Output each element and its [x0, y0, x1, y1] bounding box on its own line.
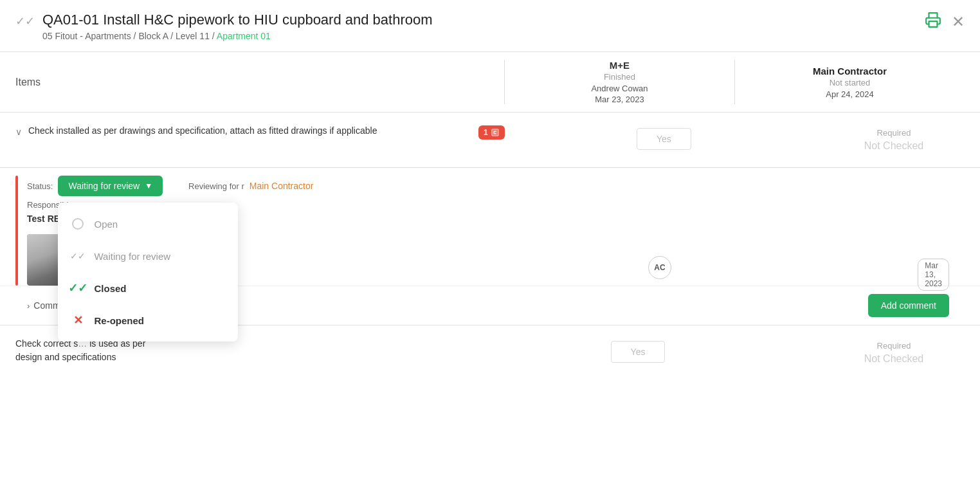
svg-rect-1 [491, 129, 498, 136]
breadcrumb-link[interactable]: Apartment 01 [217, 31, 271, 41]
double-check-icon: ✓✓ [15, 14, 35, 28]
date-badge: Mar 13, 2023 [918, 259, 949, 291]
status-row: Status: Waiting for review ▼ [27, 176, 163, 196]
page-header: ✓✓ QA01-01 Install H&C pipework to HIU c… [0, 0, 980, 52]
yes-value-1: Yes [637, 128, 691, 150]
status-block: Status: Waiting for review ▼ [27, 176, 163, 286]
print-icon[interactable] [925, 12, 941, 32]
reopened-icon: ✕ [71, 313, 85, 327]
me-name: M+E [610, 60, 630, 71]
user-avatar-ac: AC [648, 256, 671, 279]
required-label-2: Required [827, 341, 961, 351]
dropdown-item-closed[interactable]: ✓✓ Closed [58, 272, 238, 304]
open-icon [71, 217, 85, 231]
dropdown-arrow-icon: ▼ [145, 181, 152, 190]
columns-bar: Items M+E Finished Andrew Cowan Mar 23, … [0, 52, 980, 113]
comments-chevron-icon: › [27, 301, 30, 311]
me-column-header: M+E Finished Andrew Cowan Mar 23, 2023 [505, 52, 734, 112]
me-date: Mar 23, 2023 [595, 95, 644, 104]
check-row-2-required: Required Not Checked [823, 337, 965, 369]
page-title: QA01-01 Install H&C pipework to HIU cupb… [42, 12, 433, 28]
closed-icon: ✓✓ [71, 281, 85, 295]
dropdown-item-open[interactable]: Open [58, 208, 238, 240]
close-icon[interactable]: ✕ [952, 13, 965, 31]
reviewing-row: Reviewing for r Main Contractor [188, 181, 313, 191]
dropdown-waiting-label: Waiting for review [94, 251, 170, 262]
expanded-inner: Status: Waiting for review ▼ [0, 168, 980, 286]
red-bar [15, 176, 18, 286]
header-title-block: QA01-01 Install H&C pipework to HIU cupb… [42, 12, 433, 41]
header-actions: ✕ [925, 12, 965, 32]
check-gray-icon: ✓✓ [70, 251, 86, 261]
check-row-1-text: Check installed as per drawings and spec… [28, 124, 466, 138]
check-row-1: ∨ Check installed as per drawings and sp… [0, 113, 980, 168]
dropdown-item-waiting[interactable]: ✓✓ Waiting for review [58, 240, 238, 272]
add-comment-button[interactable]: Add comment [868, 294, 949, 317]
mc-status: Not started [830, 78, 871, 87]
items-label: Items [15, 77, 41, 88]
check-row-1-badge: 1 [478, 125, 505, 140]
dropdown-item-reopened[interactable]: ✕ Re-opened [58, 304, 238, 336]
me-user: Andrew Cowan [591, 84, 648, 93]
me-status: Finished [604, 72, 635, 82]
expand-icon-1[interactable]: ∨ [15, 127, 22, 137]
items-column-header: Items [15, 52, 504, 112]
waiting-icon: ✓✓ [71, 249, 85, 263]
yes-value-2: Yes [611, 341, 666, 363]
required-label-1: Required [827, 128, 961, 138]
expanded-section: Status: Waiting for review ▼ [0, 168, 980, 325]
svg-rect-0 [929, 21, 938, 27]
check-row-1-yes: Yes [505, 124, 823, 154]
mc-column-header: Main Contractor Not started Apr 24, 2024 [735, 52, 965, 112]
mc-date: Apr 24, 2024 [826, 89, 873, 99]
x-red-icon: ✕ [73, 313, 83, 327]
circle-icon [72, 218, 84, 230]
check-green-icon: ✓✓ [68, 281, 87, 295]
dropdown-open-label: Open [94, 219, 118, 230]
reviewing-value: Main Contractor [250, 181, 314, 191]
status-dropdown-label: Waiting for review [68, 181, 140, 191]
header-left: ✓✓ QA01-01 Install H&C pipework to HIU c… [15, 12, 433, 41]
dropdown-reopened-label: Re-opened [94, 315, 144, 326]
not-checked-label-2: Not Checked [827, 353, 961, 365]
status-label: Status: [27, 181, 53, 191]
not-checked-label-1: Not Checked [827, 140, 961, 152]
reviewing-label: Reviewing for r [188, 181, 244, 191]
breadcrumb-text: 05 Fitout - Apartments / Block A / Level… [42, 31, 215, 41]
mc-name: Main Contractor [813, 66, 887, 77]
dropdown-closed-label: Closed [94, 283, 126, 294]
check-row-2-yes: Yes [453, 337, 823, 367]
annotation-badge[interactable]: 1 [478, 125, 505, 140]
status-dropdown[interactable]: Waiting for review ▼ Open [58, 176, 163, 196]
breadcrumb: 05 Fitout - Apartments / Block A / Level… [42, 31, 433, 41]
status-dropdown-button[interactable]: Waiting for review ▼ [58, 176, 163, 196]
status-dropdown-menu: Open ✓✓ Waiting for review ✓✓ [58, 203, 238, 342]
check-row-1-required: Required Not Checked [823, 124, 965, 156]
